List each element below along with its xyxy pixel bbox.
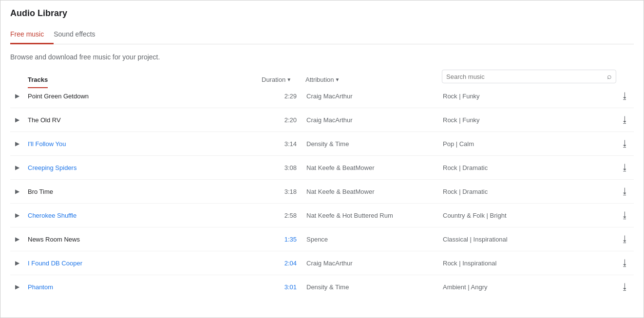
play-button[interactable]: ▶ — [10, 208, 24, 222]
track-name: News Room News — [28, 236, 80, 243]
track-duration: 2:29 — [263, 93, 306, 100]
play-button[interactable]: ▶ — [10, 161, 24, 174]
track-artist: Craig MacArthur — [306, 116, 443, 124]
track-name-cell: Bro Time — [24, 187, 263, 195]
search-icon: ⌕ — [607, 72, 612, 81]
track-duration: 3:14 — [263, 140, 306, 148]
track-artist: Craig MacArthur — [306, 93, 443, 100]
track-artist: Density & Time — [306, 140, 443, 148]
attribution-label: Attribution — [305, 76, 334, 83]
track-duration: 3:18 — [263, 188, 306, 195]
track-name[interactable]: Phantom — [28, 283, 53, 291]
track-name-cell: Point Green Getdown — [24, 92, 263, 100]
track-name: Bro Time — [28, 188, 53, 195]
download-button[interactable]: ⭳ — [616, 115, 634, 125]
track-name[interactable]: Creeping Spiders — [28, 164, 76, 171]
download-button[interactable]: ⭳ — [616, 163, 634, 173]
track-tags: Rock | Dramatic — [443, 188, 616, 195]
attribution-sort-icon: ▼ — [335, 77, 340, 82]
track-artist: Density & Time — [306, 283, 443, 291]
table-row: ▶ Cherokee Shuffle 2:58 Nat Keefe & Hot … — [10, 204, 634, 227]
download-button[interactable]: ⭳ — [616, 139, 634, 149]
download-button[interactable]: ⭳ — [616, 282, 634, 292]
tracks-list: ▶ Point Green Getdown 2:29 Craig MacArth… — [10, 84, 634, 299]
table-header: Tracks Duration ▼ Attribution ▼ ⌕ — [10, 70, 634, 84]
track-name: Point Green Getdown — [28, 93, 89, 100]
search-input[interactable] — [446, 73, 607, 80]
play-button[interactable]: ▶ — [10, 232, 24, 246]
play-button[interactable]: ▶ — [10, 89, 24, 103]
download-button[interactable]: ⭳ — [616, 258, 634, 268]
track-tags: Ambient | Angry — [443, 283, 616, 291]
col-tracks-label: Tracks — [28, 76, 48, 88]
track-name[interactable]: I Found DB Cooper — [28, 260, 82, 267]
track-tags: Rock | Inspirational — [443, 260, 616, 267]
track-duration: 2:20 — [263, 116, 306, 124]
track-name-cell: I Found DB Cooper — [24, 259, 263, 267]
track-name[interactable]: Cherokee Shuffle — [28, 212, 76, 219]
track-tags: Country & Folk | Bright — [443, 212, 616, 219]
play-button[interactable]: ▶ — [10, 185, 24, 198]
table-row: ▶ Bro Time 3:18 Nat Keefe & BeatMower Ro… — [10, 180, 634, 204]
duration-label: Duration — [262, 76, 285, 83]
track-name[interactable]: I'll Follow You — [28, 140, 66, 148]
table-row: ▶ I'll Follow You 3:14 Density & Time Po… — [10, 132, 634, 156]
track-artist: Craig MacArthur — [306, 260, 443, 267]
table-row: ▶ Point Green Getdown 2:29 Craig MacArth… — [10, 84, 634, 108]
track-tags: Rock | Dramatic — [443, 164, 616, 171]
tab-sound-effects[interactable]: Sound effects — [54, 25, 105, 44]
search-box[interactable]: ⌕ — [442, 70, 616, 83]
track-artist: Nat Keefe & BeatMower — [306, 188, 443, 195]
track-duration: 3:01 — [263, 283, 306, 291]
download-button[interactable]: ⭳ — [616, 210, 634, 221]
table-row: ▶ Creeping Spiders 3:08 Nat Keefe & Beat… — [10, 156, 634, 180]
table-row: ▶ The Old RV 2:20 Craig MacArthur Rock |… — [10, 108, 634, 132]
search-area: ⌕ — [442, 70, 616, 83]
track-name-cell: I'll Follow You — [24, 140, 263, 148]
duration-sort-icon: ▼ — [286, 77, 291, 82]
play-button[interactable]: ▶ — [10, 137, 24, 150]
track-tags: Rock | Funky — [443, 93, 616, 100]
track-duration: 2:04 — [263, 260, 306, 267]
download-button[interactable]: ⭳ — [616, 187, 634, 197]
track-name-cell: Creeping Spiders — [24, 164, 263, 171]
track-tags: Rock | Funky — [443, 116, 616, 124]
track-name-cell: The Old RV — [24, 116, 263, 124]
table-row: ▶ Phantom 3:01 Density & Time Ambient | … — [10, 275, 634, 299]
track-tags: Pop | Calm — [443, 140, 616, 148]
track-duration: 2:58 — [263, 212, 306, 219]
table-row: ▶ I Found DB Cooper 2:04 Craig MacArthur… — [10, 251, 634, 275]
track-name-cell: News Room News — [24, 235, 263, 243]
track-duration: 1:35 — [263, 236, 306, 243]
col-attribution-header[interactable]: Attribution ▼ — [305, 76, 442, 83]
download-button[interactable]: ⭳ — [616, 234, 634, 244]
app-title: Audio Library — [10, 8, 634, 19]
track-tags: Classical | Inspirational — [443, 236, 616, 243]
table-row: ▶ News Room News 1:35 Spence Classical |… — [10, 227, 634, 251]
track-duration: 3:08 — [263, 164, 306, 171]
track-artist: Nat Keefe & BeatMower — [306, 164, 443, 171]
track-name-cell: Cherokee Shuffle — [24, 211, 263, 219]
track-artist: Spence — [306, 236, 443, 243]
download-button[interactable]: ⭳ — [616, 91, 634, 101]
play-button[interactable]: ▶ — [10, 256, 24, 270]
col-duration-header[interactable]: Duration ▼ — [262, 76, 305, 83]
play-button[interactable]: ▶ — [10, 280, 24, 294]
tabs-container: Free music Sound effects — [10, 25, 634, 44]
play-button[interactable]: ▶ — [10, 113, 24, 127]
page-subtitle: Browse and download free music for your … — [10, 53, 634, 61]
tab-free-music[interactable]: Free music — [10, 25, 54, 44]
track-name-cell: Phantom — [24, 283, 263, 291]
track-artist: Nat Keefe & Hot Buttered Rum — [306, 212, 443, 219]
track-name: The Old RV — [28, 116, 61, 124]
